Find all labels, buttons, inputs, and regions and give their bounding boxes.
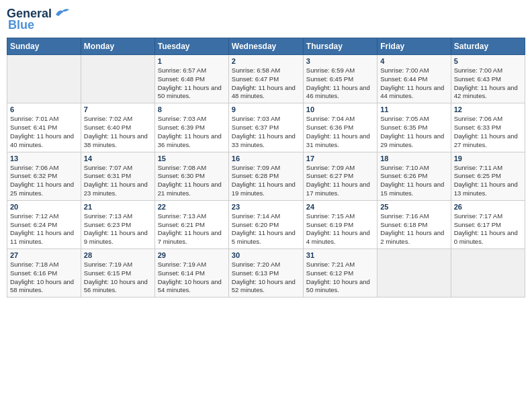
- day-number: 28: [84, 251, 152, 259]
- sunrise-text: Sunrise: 7:16 AM: [380, 212, 447, 221]
- day-number: 6: [10, 105, 78, 113]
- sunrise-text: Sunrise: 7:00 AM: [454, 66, 522, 75]
- cell-content: Sunrise: 7:09 AMSunset: 6:28 PMDaylight:…: [232, 164, 300, 198]
- cell-content: Sunrise: 7:15 AMSunset: 6:19 PMDaylight:…: [306, 212, 374, 246]
- calendar-week-1: 1Sunrise: 6:57 AMSunset: 6:48 PMDaylight…: [7, 55, 525, 103]
- sunset-text: Sunset: 6:36 PM: [306, 124, 374, 132]
- cell-content: Sunrise: 7:00 AMSunset: 6:43 PMDaylight:…: [454, 66, 522, 101]
- sunrise-text: Sunrise: 7:19 AM: [84, 261, 152, 269]
- calendar-cell: 9Sunrise: 7:03 AMSunset: 6:37 PMDaylight…: [228, 103, 303, 152]
- sunset-text: Sunset: 6:28 PM: [232, 172, 300, 181]
- calendar-cell: 16Sunrise: 7:09 AMSunset: 6:28 PMDayligh…: [228, 152, 303, 200]
- daylight-text: Daylight: 10 hours and 52 minutes.: [232, 278, 300, 295]
- logo-bird-icon: [53, 7, 72, 17]
- daylight-text: Daylight: 11 hours and 33 minutes.: [232, 132, 300, 150]
- cell-content: Sunrise: 7:01 AMSunset: 6:41 PMDaylight:…: [10, 115, 78, 149]
- sunrise-text: Sunrise: 7:09 AM: [306, 164, 374, 173]
- daylight-text: Daylight: 11 hours and 44 minutes.: [380, 84, 447, 101]
- sunrise-text: Sunrise: 7:10 AM: [380, 164, 447, 173]
- daylight-text: Daylight: 11 hours and 50 minutes.: [158, 84, 226, 101]
- cell-content: Sunrise: 7:19 AMSunset: 6:14 PMDaylight:…: [158, 261, 226, 295]
- calendar-cell: 14Sunrise: 7:07 AMSunset: 6:31 PMDayligh…: [81, 152, 154, 200]
- logo: General Blue: [7, 7, 72, 32]
- sunset-text: Sunset: 6:33 PM: [454, 124, 522, 132]
- day-number: 3: [306, 57, 374, 65]
- sunset-text: Sunset: 6:37 PM: [232, 124, 300, 132]
- daylight-text: Daylight: 11 hours and 48 minutes.: [232, 84, 300, 101]
- calendar-cell: 25Sunrise: 7:16 AMSunset: 6:18 PMDayligh…: [378, 200, 451, 248]
- sunset-text: Sunset: 6:44 PM: [380, 75, 447, 84]
- daylight-text: Daylight: 10 hours and 58 minutes.: [10, 278, 78, 295]
- day-number: 30: [232, 251, 300, 259]
- cell-content: Sunrise: 7:05 AMSunset: 6:35 PMDaylight:…: [380, 115, 447, 149]
- sunrise-text: Sunrise: 7:07 AM: [84, 164, 152, 173]
- day-number: 14: [84, 154, 152, 163]
- daylight-text: Daylight: 11 hours and 17 minutes.: [306, 181, 374, 198]
- day-number: 17: [306, 154, 374, 163]
- day-number: 24: [306, 203, 374, 211]
- daylight-text: Daylight: 11 hours and 0 minutes.: [454, 229, 522, 246]
- calendar-cell: 10Sunrise: 7:04 AMSunset: 6:36 PMDayligh…: [303, 103, 377, 152]
- cell-content: Sunrise: 7:07 AMSunset: 6:31 PMDaylight:…: [84, 164, 152, 198]
- header-thursday: Thursday: [303, 38, 377, 55]
- sunset-text: Sunset: 6:23 PM: [84, 221, 152, 230]
- sunrise-text: Sunrise: 7:18 AM: [10, 261, 78, 269]
- sunrise-text: Sunrise: 7:12 AM: [10, 212, 78, 221]
- sunrise-text: Sunrise: 7:21 AM: [306, 261, 374, 269]
- day-number: 27: [10, 251, 78, 259]
- sunrise-text: Sunrise: 7:19 AM: [158, 261, 226, 269]
- daylight-text: Daylight: 11 hours and 7 minutes.: [158, 229, 226, 246]
- daylight-text: Daylight: 11 hours and 31 minutes.: [306, 132, 374, 150]
- cell-content: Sunrise: 7:06 AMSunset: 6:33 PMDaylight:…: [454, 115, 522, 149]
- sunrise-text: Sunrise: 7:08 AM: [158, 164, 226, 173]
- cell-content: Sunrise: 7:09 AMSunset: 6:27 PMDaylight:…: [306, 164, 374, 198]
- sunrise-text: Sunrise: 7:11 AM: [454, 164, 522, 173]
- sunset-text: Sunset: 6:39 PM: [158, 124, 226, 132]
- daylight-text: Daylight: 11 hours and 27 minutes.: [454, 132, 522, 150]
- day-number: 26: [454, 203, 522, 211]
- cell-content: Sunrise: 6:59 AMSunset: 6:45 PMDaylight:…: [306, 66, 374, 101]
- cell-content: Sunrise: 7:21 AMSunset: 6:12 PMDaylight:…: [306, 261, 374, 295]
- header-wednesday: Wednesday: [228, 38, 303, 55]
- sunrise-text: Sunrise: 7:14 AM: [232, 212, 300, 221]
- calendar-cell: 28Sunrise: 7:19 AMSunset: 6:15 PMDayligh…: [81, 249, 154, 298]
- day-number: 31: [306, 251, 374, 259]
- calendar-cell: 12Sunrise: 7:06 AMSunset: 6:33 PMDayligh…: [451, 103, 525, 152]
- sunrise-text: Sunrise: 6:58 AM: [232, 66, 300, 75]
- day-number: 15: [158, 154, 226, 163]
- header-tuesday: Tuesday: [154, 38, 228, 55]
- day-number: 9: [232, 105, 300, 113]
- cell-content: Sunrise: 7:03 AMSunset: 6:39 PMDaylight:…: [158, 115, 226, 149]
- cell-content: Sunrise: 7:03 AMSunset: 6:37 PMDaylight:…: [232, 115, 300, 149]
- calendar-cell: 17Sunrise: 7:09 AMSunset: 6:27 PMDayligh…: [303, 152, 377, 200]
- sunset-text: Sunset: 6:35 PM: [380, 124, 447, 132]
- sunset-text: Sunset: 6:18 PM: [380, 221, 447, 230]
- day-number: 18: [380, 154, 447, 163]
- calendar-cell: 11Sunrise: 7:05 AMSunset: 6:35 PMDayligh…: [378, 103, 451, 152]
- calendar-cell: 2Sunrise: 6:58 AMSunset: 6:47 PMDaylight…: [228, 55, 303, 103]
- daylight-text: Daylight: 10 hours and 56 minutes.: [84, 278, 152, 295]
- daylight-text: Daylight: 11 hours and 9 minutes.: [84, 229, 152, 246]
- sunset-text: Sunset: 6:15 PM: [84, 269, 152, 278]
- calendar-cell: 20Sunrise: 7:12 AMSunset: 6:24 PMDayligh…: [7, 200, 81, 248]
- sunset-text: Sunset: 6:45 PM: [306, 75, 374, 84]
- sunset-text: Sunset: 6:20 PM: [232, 221, 300, 230]
- day-number: 4: [380, 57, 447, 65]
- sunrise-text: Sunrise: 7:02 AM: [84, 115, 152, 124]
- sunset-text: Sunset: 6:26 PM: [380, 172, 447, 181]
- cell-content: Sunrise: 7:10 AMSunset: 6:26 PMDaylight:…: [380, 164, 447, 198]
- daylight-text: Daylight: 11 hours and 40 minutes.: [10, 132, 78, 150]
- sunrise-text: Sunrise: 7:06 AM: [454, 115, 522, 124]
- cell-content: Sunrise: 7:14 AMSunset: 6:20 PMDaylight:…: [232, 212, 300, 246]
- calendar-week-3: 13Sunrise: 7:06 AMSunset: 6:32 PMDayligh…: [7, 152, 525, 200]
- sunset-text: Sunset: 6:32 PM: [10, 172, 78, 181]
- sunset-text: Sunset: 6:43 PM: [454, 75, 522, 84]
- page-header: General Blue: [7, 7, 525, 32]
- calendar-cell: 7Sunrise: 7:02 AMSunset: 6:40 PMDaylight…: [81, 103, 154, 152]
- sunset-text: Sunset: 6:25 PM: [454, 172, 522, 181]
- sunrise-text: Sunrise: 7:00 AM: [380, 66, 447, 75]
- sunrise-text: Sunrise: 7:09 AM: [232, 164, 300, 173]
- header-sunday: Sunday: [7, 38, 81, 55]
- sunrise-text: Sunrise: 7:05 AM: [380, 115, 447, 124]
- daylight-text: Daylight: 11 hours and 13 minutes.: [454, 181, 522, 198]
